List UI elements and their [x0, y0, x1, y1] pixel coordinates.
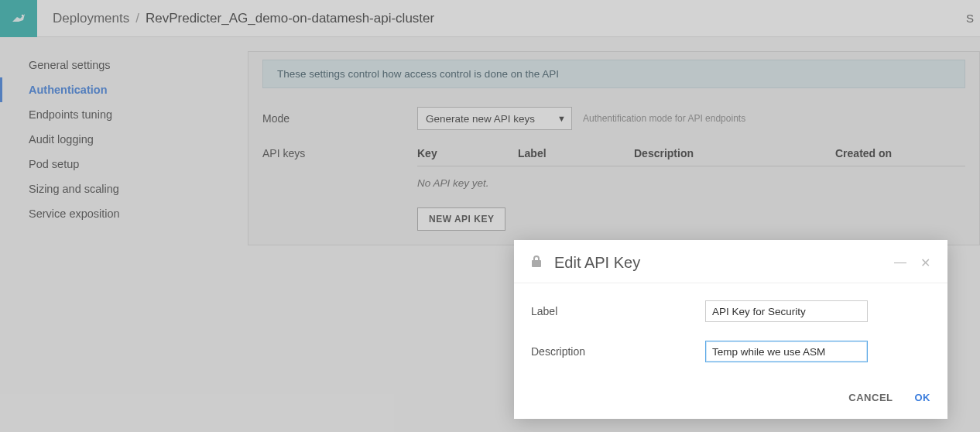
close-icon[interactable]: ✕	[920, 255, 930, 270]
modal-desc-field-label: Description	[531, 345, 705, 358]
modal-desc-row: Description	[531, 341, 930, 362]
modal-footer: CANCEL OK	[514, 384, 947, 419]
modal-title: Edit API Key	[554, 254, 894, 272]
minimize-icon[interactable]: —	[894, 255, 906, 270]
modal-label-row: Label	[531, 300, 930, 322]
label-input[interactable]	[705, 300, 868, 322]
modal-header-actions: — ✕	[894, 255, 930, 270]
cancel-button[interactable]: CANCEL	[848, 392, 893, 403]
lock-icon	[531, 255, 542, 271]
ok-button[interactable]: OK	[915, 392, 931, 403]
modal-label-field-label: Label	[531, 305, 705, 317]
edit-api-key-modal: Edit API Key — ✕ Label Description CANCE…	[514, 240, 947, 419]
modal-body: Label Description	[514, 283, 947, 384]
modal-header: Edit API Key — ✕	[514, 240, 947, 283]
description-input[interactable]	[705, 341, 868, 362]
